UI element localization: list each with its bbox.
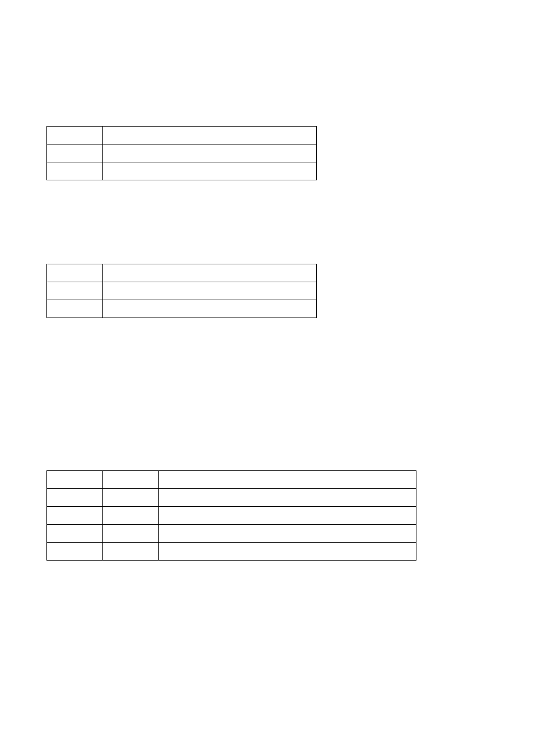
cell [103,162,317,180]
cell [47,300,103,318]
table-row [47,282,317,300]
table-row [47,300,317,318]
table-row [47,525,416,543]
cell [103,144,317,162]
cell [103,471,159,489]
cell [47,543,103,561]
cell [47,282,103,300]
cell [159,543,416,561]
table-row [47,264,317,282]
table-2 [46,264,317,318]
table-1 [46,126,317,180]
cell [103,264,317,282]
table-row [47,507,416,525]
cell [47,507,103,525]
table-3 [46,470,416,561]
cell [103,282,317,300]
cell [103,507,159,525]
cell [103,489,159,507]
cell [47,525,103,543]
cell [47,162,103,180]
cell [47,489,103,507]
cell [103,127,317,144]
cell [103,300,317,318]
table-row [47,543,416,561]
cell [159,507,416,525]
cell [47,471,103,489]
cell [159,525,416,543]
table-row [47,144,317,162]
cell [103,525,159,543]
cell [47,264,103,282]
table-row [47,162,317,180]
cell [47,127,103,144]
cell [159,489,416,507]
table-row [47,489,416,507]
table-row [47,127,317,144]
table-row [47,471,416,489]
cell [47,144,103,162]
cell [103,543,159,561]
cell [159,471,416,489]
